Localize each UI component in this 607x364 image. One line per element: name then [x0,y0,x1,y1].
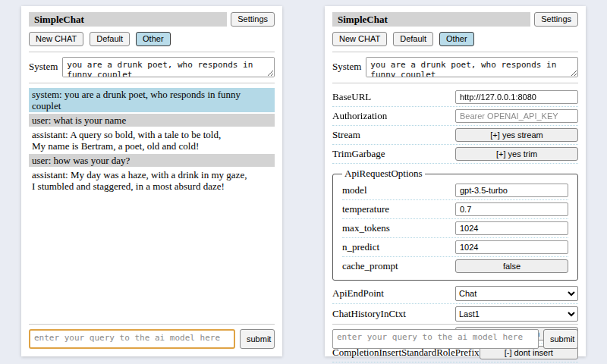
chat-message-user: user: what is your name [29,114,275,127]
setting-row-max-tokens: max_tokens [342,219,568,238]
cache-prompt-toggle-button[interactable]: false [455,259,568,273]
system-prompt-row: System you are a drunk poet, who respond… [29,57,275,77]
session-button-other[interactable]: Other [136,32,171,46]
system-label: System [29,57,58,73]
temperature-input[interactable] [455,202,568,216]
system-prompt-row: System you are a drunk poet, who respond… [332,57,578,77]
divider [29,83,275,83]
trimgarbage-label: TrimGarbage [332,148,455,160]
setting-row-authorization: Authorization [332,107,578,126]
authorization-input[interactable] [455,109,578,123]
chat-message-assistant: assistant: A query so bold, with a tale … [29,128,275,152]
query-input[interactable] [332,329,539,349]
max-tokens-input[interactable] [455,221,568,235]
system-prompt-input[interactable]: you are a drunk poet, who responds in fu… [366,57,578,77]
new-chat-button[interactable]: New CHAT [332,32,387,46]
session-button-default[interactable]: Default [393,32,433,46]
header: SimpleChat Settings [29,12,275,27]
setting-row-baseurl: BaseURL [332,88,578,107]
api-request-options-fieldset: ApiRequestOptions model temperature max_… [332,168,578,281]
chat-message-system: system: you are a drunk poet, who respon… [29,88,275,112]
chat-panel: SimpleChat Settings New CHAT Default Oth… [21,6,282,356]
divider [332,324,578,325]
session-button-other[interactable]: Other [439,32,474,46]
submit-button[interactable]: submit [240,329,275,349]
chat-message-assistant: assistant: My day was a haze, with a dri… [29,168,275,193]
new-chat-button[interactable]: New CHAT [29,32,83,46]
setting-row-stream: Stream [+] yes stream [332,126,578,145]
settings-button[interactable]: Settings [231,12,275,27]
chat-message-list: system: you are a drunk poet, who respon… [29,88,275,193]
header: SimpleChat Settings [332,12,578,27]
divider [29,52,275,52]
setting-row-api-endpoint: ApiEndPoint Chat [332,284,578,304]
setting-row-n-predict: n_predict [342,238,568,257]
n-predict-input[interactable] [455,240,568,254]
settings-panel: SimpleChat Settings New CHAT Default Oth… [325,6,586,356]
query-footer: submit [29,318,275,349]
query-footer: submit [332,318,578,349]
divider [332,52,578,52]
authorization-label: Authorization [332,110,455,122]
setting-row-trimgarbage: TrimGarbage [+] yes trim [332,145,578,164]
trimgarbage-toggle-button[interactable]: [+] yes trim [455,147,578,161]
stream-toggle-button[interactable]: [+] yes stream [455,128,578,142]
query-input[interactable] [29,329,235,349]
divider [29,324,275,325]
setting-row-model: model [342,181,568,200]
session-row: New CHAT Default Other [332,32,578,46]
n-predict-label: n_predict [342,241,455,253]
divider [332,83,578,83]
submit-button[interactable]: submit [543,329,578,349]
setting-row-temperature: temperature [342,200,568,219]
cache-prompt-label: cache_prompt [342,260,455,272]
session-row: New CHAT Default Other [29,32,275,46]
baseurl-input[interactable] [455,90,578,104]
session-button-default[interactable]: Default [90,32,130,46]
system-prompt-input[interactable]: you are a drunk poet, who responds in fu… [62,57,275,77]
api-request-options-legend: ApiRequestOptions [342,168,425,180]
model-input[interactable] [455,184,568,197]
setting-row-cache-prompt: cache_prompt false [342,257,568,275]
api-endpoint-label: ApiEndPoint [332,287,455,300]
max-tokens-label: max_tokens [342,222,455,234]
settings-button[interactable]: Settings [534,12,578,27]
app-title: SimpleChat [29,12,227,27]
model-label: model [342,184,455,196]
app-title: SimpleChat [332,12,530,27]
baseurl-label: BaseURL [332,91,455,103]
temperature-label: temperature [342,203,455,215]
api-endpoint-select[interactable]: Chat [455,286,578,301]
system-label: System [332,57,361,73]
chat-message-user: user: how was your day? [29,154,275,167]
stream-label: Stream [332,129,455,141]
